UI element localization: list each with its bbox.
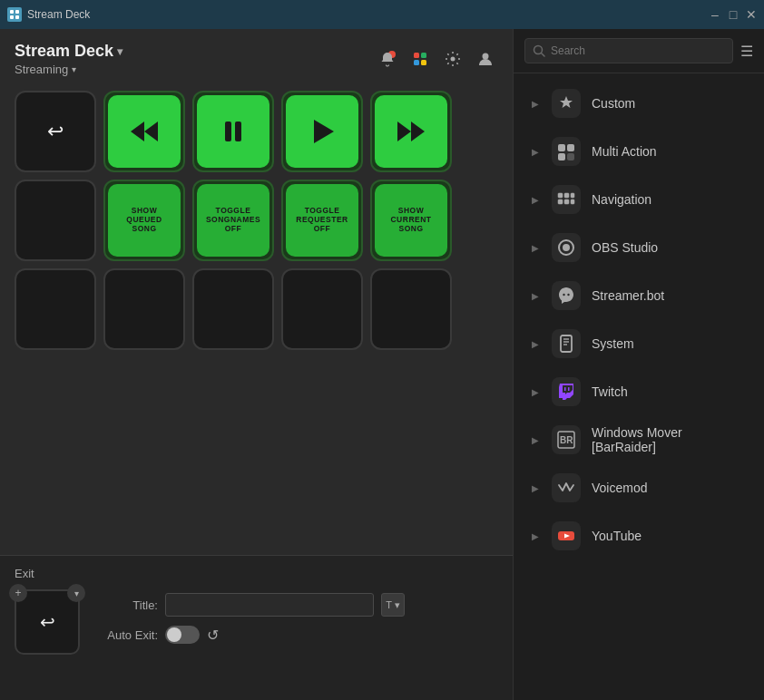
cat-chevron-obs: ▶ [532, 243, 541, 253]
svg-point-31 [563, 244, 570, 251]
empty-key-11[interactable] [103, 268, 185, 350]
exit-key-plus-btn[interactable]: + [9, 584, 27, 602]
category-item-custom[interactable]: ▶ Custom [517, 80, 760, 127]
multi-action-icon [552, 137, 581, 166]
svg-rect-7 [414, 60, 419, 65]
category-item-twitch[interactable]: ▶ Twitch [517, 368, 760, 415]
category-label-custom: Custom [592, 96, 635, 111]
left-panel: Stream Deck ▾ Streaming ▾ [0, 29, 513, 700]
reset-button[interactable]: ↺ [207, 627, 219, 644]
title-bar-left: Stream Deck [7, 7, 90, 22]
play-key[interactable] [281, 91, 363, 172]
auto-exit-toggle[interactable] [165, 626, 200, 644]
window-controls: – □ ✕ [710, 9, 757, 20]
exit-key-chevron-btn[interactable]: ▾ [67, 584, 85, 602]
title-row: Title: T ▾ [94, 593, 405, 617]
deck-title[interactable]: Stream Deck ▾ [15, 42, 122, 61]
auto-exit-row: Auto Exit: ↺ [94, 626, 405, 644]
fastforward-key[interactable] [370, 91, 452, 172]
svg-rect-34 [561, 335, 572, 352]
empty-key-10[interactable] [15, 268, 96, 350]
svg-line-19 [542, 53, 545, 57]
show-current-key[interactable]: SHOWCURRENTSONG [370, 180, 452, 261]
category-item-voicemod[interactable]: ▶ Voicemod [517, 464, 760, 511]
cat-chevron-youtube: ▶ [532, 531, 541, 541]
settings-button[interactable] [440, 46, 465, 72]
toggle-requester-label: TOGGLEREQUESTEROFF [296, 207, 348, 233]
svg-rect-0 [10, 10, 14, 14]
key-grid-area: ↩ [0, 83, 513, 555]
empty-key-13[interactable] [281, 268, 363, 350]
title-format-button[interactable]: T ▾ [381, 593, 405, 617]
empty-key-12[interactable] [192, 268, 274, 350]
svg-rect-27 [558, 199, 563, 204]
category-label-system: System [592, 336, 634, 351]
svg-marker-12 [144, 122, 158, 141]
exit-key-preview: + ▾ ↩ [15, 589, 80, 655]
category-item-youtube[interactable]: ▶ YouTube [517, 512, 760, 559]
toggle-requester-key[interactable]: TOGGLEREQUESTEROFF [281, 180, 363, 261]
top-icons [375, 46, 498, 72]
toggle-songnames-label: TOGGLESONGNAMESOFF [206, 207, 260, 233]
exit-back-arrow: ↩ [40, 611, 55, 633]
back-key[interactable]: ↩ [15, 91, 96, 172]
show-current-inner: SHOWCURRENTSONG [375, 184, 447, 257]
svg-rect-2 [10, 15, 14, 19]
category-item-multi-action[interactable]: ▶ Multi Action [517, 128, 760, 175]
right-panel: ☰ ▶ Custom ▶ [513, 29, 764, 700]
cat-chevron-nav: ▶ [532, 195, 541, 205]
cat-chevron-system: ▶ [532, 339, 541, 349]
deck-title-text: Stream Deck [15, 42, 113, 61]
custom-icon [552, 89, 581, 118]
navigation-icon [552, 185, 581, 214]
toggle-songnames-inner: TOGGLESONGNAMESOFF [197, 184, 269, 257]
key-grid: ↩ [15, 91, 498, 350]
cat-chevron-streamer: ▶ [532, 291, 541, 301]
category-item-navigation[interactable]: ▶ Navigation [517, 176, 760, 223]
svg-text:BR: BR [560, 435, 573, 445]
search-input-wrap [524, 38, 733, 63]
category-item-windows-mover[interactable]: ▶ BR Windows Mover [BarRaider] [517, 416, 760, 463]
svg-rect-21 [567, 144, 574, 151]
svg-rect-5 [414, 53, 419, 58]
maximize-button[interactable]: □ [728, 9, 739, 20]
category-item-obs[interactable]: ▶ OBS Studio [517, 224, 760, 271]
cat-chevron-custom: ▶ [532, 99, 541, 109]
bottom-panel: Exit + ▾ ↩ Title: [0, 555, 513, 700]
close-button[interactable]: ✕ [746, 9, 757, 20]
deck-profile[interactable]: Streaming ▾ [15, 63, 122, 76]
category-label-streamer: Streamer.bot [592, 288, 664, 303]
svg-rect-25 [564, 193, 569, 198]
svg-rect-29 [571, 199, 574, 204]
rewind-key[interactable] [103, 91, 185, 172]
svg-rect-24 [558, 193, 563, 198]
pause-key[interactable] [192, 91, 274, 172]
play-btn-inner [286, 95, 358, 168]
list-view-icon[interactable]: ☰ [740, 43, 753, 60]
category-list: ▶ Custom ▶ [514, 73, 764, 700]
show-queued-key[interactable]: SHOWQUEUEDSONG [103, 180, 185, 261]
title-input[interactable] [165, 593, 374, 617]
cat-chevron-windows: ▶ [532, 435, 541, 445]
search-input[interactable] [551, 44, 725, 57]
svg-rect-26 [571, 193, 574, 198]
notification-button[interactable] [375, 46, 400, 72]
empty-key-5[interactable] [15, 180, 96, 261]
account-button[interactable] [473, 46, 498, 72]
category-item-streamer[interactable]: ▶ Streamer.bot [517, 272, 760, 319]
profile-name: Streaming [15, 63, 68, 76]
minimize-button[interactable]: – [710, 9, 720, 20]
deck-top-bar: Stream Deck ▾ Streaming ▾ [0, 29, 513, 83]
svg-marker-15 [314, 120, 334, 143]
svg-point-33 [567, 294, 569, 296]
cat-chevron-multi: ▶ [532, 147, 541, 157]
svg-point-32 [563, 294, 564, 296]
rewind-btn-inner [108, 95, 181, 168]
category-item-system[interactable]: ▶ System [517, 320, 760, 367]
empty-key-14[interactable] [370, 268, 452, 350]
pause-btn-inner [197, 95, 269, 168]
category-label-twitch: Twitch [592, 384, 628, 399]
svg-rect-13 [225, 122, 231, 141]
toggle-songnames-key[interactable]: TOGGLESONGNAMESOFF [192, 180, 274, 261]
apps-button[interactable] [407, 46, 433, 72]
